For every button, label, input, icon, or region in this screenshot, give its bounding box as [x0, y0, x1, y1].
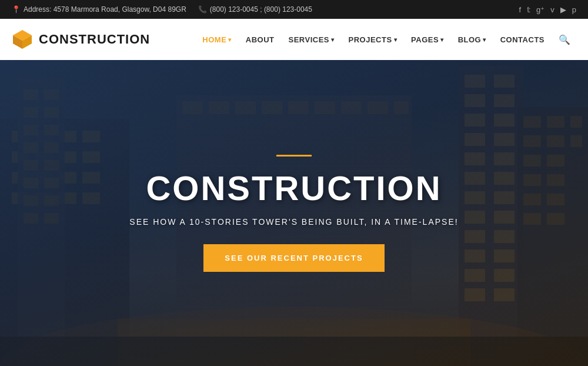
phone-info: 📞 (800) 123-0045 ; (800) 123-0045 — [198, 5, 312, 14]
nav-blog-label: BLOG — [458, 35, 482, 44]
facebook-icon[interactable]: f — [519, 5, 521, 14]
youtube-icon[interactable]: ▶ — [560, 5, 566, 14]
nav-about-label: ABOUT — [246, 35, 275, 44]
nav-projects-label: PROJECTS — [349, 35, 392, 44]
hero-section: CONSTRUCTION SEE HOW A 10-STORIES TOWER'… — [0, 60, 588, 366]
logo[interactable]: CONSTRUCTION — [12, 29, 150, 50]
services-chevron-icon: ▾ — [331, 36, 335, 43]
nav-home-label: HOME — [202, 35, 226, 44]
search-icon[interactable]: 🔍 — [553, 29, 576, 50]
phone-text: (800) 123-0045 ; (800) 123-0045 — [210, 5, 312, 14]
pinterest-icon[interactable]: p — [572, 5, 576, 14]
hero-content: CONSTRUCTION SEE HOW A 10-STORIES TOWER'… — [129, 155, 458, 272]
nav-blog[interactable]: BLOG ▾ — [452, 31, 492, 49]
blog-chevron-icon: ▾ — [483, 36, 486, 43]
top-bar: 📍 Address: 4578 Marmora Road, Glasgow, D… — [0, 0, 588, 19]
nav-about[interactable]: ABOUT — [240, 31, 280, 49]
top-bar-contact-info: 📍 Address: 4578 Marmora Road, Glasgow, D… — [12, 5, 312, 14]
logo-text: CONSTRUCTION — [39, 32, 150, 47]
logo-icon — [12, 29, 33, 50]
nav-contacts-label: CONTACTS — [500, 35, 544, 44]
hero-divider-line — [276, 155, 312, 157]
nav-services[interactable]: SERVICES ▾ — [283, 31, 340, 49]
main-nav: HOME ▾ ABOUT SERVICES ▾ PROJECTS ▾ PAGES… — [196, 29, 576, 50]
address-info: 📍 Address: 4578 Marmora Road, Glasgow, D… — [12, 5, 186, 14]
cta-button[interactable]: SEE OUR RECENT PROJECTS — [203, 244, 384, 272]
hero-subtitle: SEE HOW A 10-STORIES TOWER'S BEING BUILT… — [129, 217, 458, 227]
social-links: f 𝕥 g⁺ v ▶ p — [519, 5, 576, 14]
projects-chevron-icon: ▾ — [394, 36, 397, 43]
location-icon: 📍 — [12, 5, 21, 14]
hero-title: CONSTRUCTION — [129, 168, 458, 208]
googleplus-icon[interactable]: g⁺ — [536, 5, 544, 14]
nav-home[interactable]: HOME ▾ — [196, 31, 238, 49]
header: CONSTRUCTION HOME ▾ ABOUT SERVICES ▾ PRO… — [0, 19, 588, 60]
nav-pages[interactable]: PAGES ▾ — [405, 31, 450, 49]
vimeo-icon[interactable]: v — [550, 5, 554, 14]
nav-projects[interactable]: PROJECTS ▾ — [343, 31, 403, 49]
home-chevron-icon: ▾ — [228, 36, 232, 43]
nav-contacts[interactable]: CONTACTS — [495, 31, 550, 49]
phone-icon: 📞 — [198, 5, 207, 14]
pages-chevron-icon: ▾ — [440, 36, 444, 43]
twitter-icon[interactable]: 𝕥 — [527, 5, 530, 14]
nav-services-label: SERVICES — [289, 35, 330, 44]
address-text: Address: 4578 Marmora Road, Glasgow, D04… — [24, 5, 186, 14]
nav-pages-label: PAGES — [411, 35, 439, 44]
